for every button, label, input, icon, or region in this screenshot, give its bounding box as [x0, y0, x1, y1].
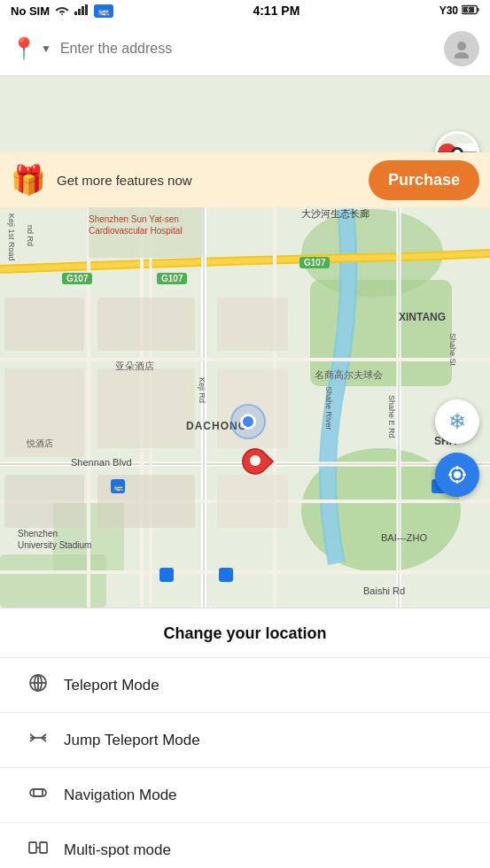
navigation-mode-item[interactable]: Navigation Mode: [0, 768, 490, 823]
bottom-panel: Change your location Teleport Mode: [0, 608, 490, 868]
mode-list: Teleport Mode Jump Teleport Mode: [0, 658, 490, 868]
xintang-label: XINTANG: [399, 311, 446, 323]
gps-icon: [447, 464, 468, 485]
pin-body: [242, 448, 268, 484]
chevron-down-icon: ▼: [41, 43, 51, 55]
status-left: No SIM 🚌: [11, 4, 113, 18]
gift-icon: 🎁: [11, 163, 46, 197]
jump-teleport-mode-label: Jump Teleport Mode: [64, 732, 200, 749]
banner-text: Get more features now: [57, 173, 358, 188]
location-type-selector[interactable]: 📍 ▼: [11, 36, 51, 61]
svg-rect-29: [4, 298, 84, 351]
g107-badge-1: G107: [62, 273, 92, 284]
search-bar: 📍 ▼: [0, 21, 490, 76]
svg-point-45: [454, 471, 461, 478]
pin-dot: [250, 455, 261, 466]
park-label: 大沙河生态长廊: [301, 207, 369, 221]
svg-rect-4: [85, 4, 88, 15]
promo-banner: 🎁 Get more features now Purchase: [0, 152, 490, 207]
location-ring: [230, 404, 266, 439]
baishi-rd-label: Baishi Rd: [363, 585, 405, 596]
svg-point-8: [457, 42, 466, 50]
shahe-st-label: Shahe St: [448, 333, 457, 386]
svg-rect-63: [29, 842, 36, 853]
multispot-icon: [27, 837, 50, 863]
user-location-marker: [230, 404, 266, 439]
multispot-mode-label: Multi-spot mode: [64, 841, 171, 859]
time-display: 4:11 PM: [253, 4, 299, 18]
svg-rect-31: [97, 298, 195, 351]
destination-pin[interactable]: [242, 448, 268, 484]
transit-icon: 🚌: [94, 4, 113, 18]
status-bar: No SIM 🚌 4:11 PM Y30: [0, 0, 490, 21]
snowflake-button[interactable]: ❄: [435, 399, 479, 444]
svg-rect-41: [219, 568, 233, 582]
teleport-icon: [27, 672, 50, 698]
bai-zho-label: BAI---ZHO: [381, 532, 427, 543]
teleport-mode-item[interactable]: Teleport Mode: [0, 658, 490, 713]
multispot-mode-item[interactable]: Multi-spot mode: [0, 823, 490, 868]
navigation-mode-label: Navigation Mode: [64, 787, 177, 804]
svg-rect-60: [30, 789, 46, 796]
jump-teleport-icon: [27, 727, 50, 753]
wifi-icon: [55, 4, 69, 18]
map-container: 🚌 Shenzhen Sun Yat-senCardiovascular Hos…: [0, 76, 490, 608]
svg-text:🚌: 🚌: [113, 482, 124, 492]
profile-avatar[interactable]: [444, 31, 479, 66]
hospital-label: Shenzhen Sun Yat-senCardiovascular Hospi…: [89, 213, 195, 236]
address-search-input[interactable]: [60, 41, 435, 57]
battery-icon: [462, 4, 479, 18]
g107-badge-3: G107: [299, 257, 330, 268]
svg-rect-6: [478, 7, 479, 12]
status-right: Y30: [439, 4, 479, 18]
svg-rect-35: [217, 298, 288, 351]
svg-rect-32: [97, 368, 195, 448]
g107-badge-2: G107: [157, 273, 187, 284]
location-dot: [240, 414, 256, 430]
svg-point-0: [61, 13, 63, 15]
navigation-icon: [27, 782, 50, 808]
pin-icon: 📍: [11, 36, 37, 61]
shennan-blvd-label: Shennan Blvd: [71, 457, 132, 468]
battery-label: Y30: [439, 4, 458, 17]
jump-teleport-mode-item[interactable]: Jump Teleport Mode: [0, 713, 490, 768]
gps-location-button[interactable]: [435, 453, 479, 497]
svg-point-9: [455, 52, 469, 58]
golf-label: 名商高尔夫球会: [315, 368, 383, 382]
keji-1st-road-label: Keji 1st Road: [7, 213, 16, 284]
signal-icon: [74, 4, 89, 18]
svg-rect-1: [74, 12, 77, 15]
svg-rect-34: [4, 475, 84, 528]
svg-rect-2: [78, 9, 81, 15]
keji-rd-label: Keji Rd: [198, 377, 206, 430]
snowflake-icon: ❄: [448, 409, 466, 434]
carrier-label: No SIM: [11, 4, 50, 18]
teleport-mode-label: Teleport Mode: [64, 677, 159, 694]
shahe-river-label: Shahe River: [324, 386, 333, 457]
nd-rd-label: nd Rd: [26, 225, 35, 246]
purchase-button[interactable]: Purchase: [369, 160, 479, 200]
svg-rect-3: [82, 6, 84, 15]
yue-hotel-label: 悦酒店: [27, 438, 53, 450]
panel-title: Change your location: [0, 608, 490, 658]
svg-rect-64: [40, 842, 47, 853]
hotel-label: 亚朵酒店: [115, 360, 154, 373]
shahe-e-rd-label: Shahe E Rd: [387, 395, 396, 466]
stadium-label: Shenzhen University Stadium: [18, 528, 97, 551]
svg-rect-42: [159, 568, 174, 582]
